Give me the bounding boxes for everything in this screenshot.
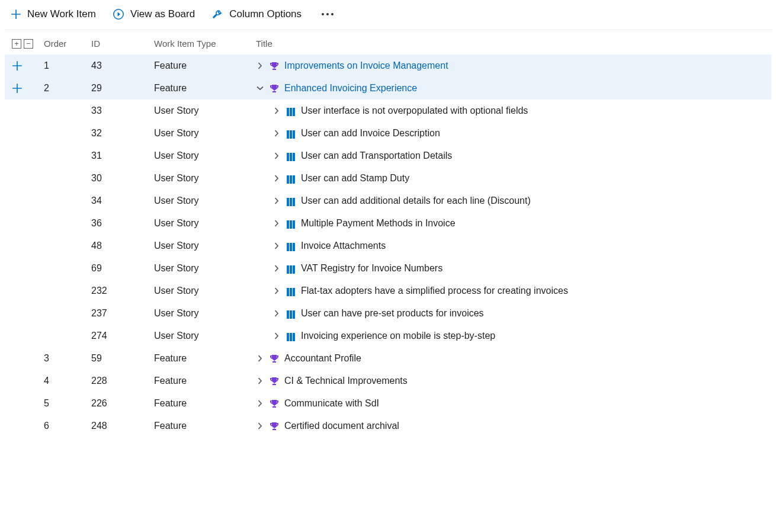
work-item-title[interactable]: Enhanced Invoicing Experience [284,83,417,94]
type-cell: User Story [154,173,256,184]
table-row[interactable]: 30User Story User can add Stamp Duty [5,167,771,190]
order-cell: 1 [44,60,91,71]
chevron-right-icon[interactable] [272,220,281,227]
table-row[interactable]: 6248Feature Certified document archival [5,415,771,437]
chevron-right-icon[interactable] [272,242,281,249]
table-row[interactable]: 237User Story User can have pre-set prod… [5,302,771,325]
book-icon [286,150,296,161]
wrench-icon [211,8,223,20]
view-as-board-label: View as Board [130,8,195,20]
column-header-title[interactable]: Title [256,39,771,49]
add-child-button[interactable] [12,60,23,71]
trophy-icon [269,83,280,94]
work-item-title[interactable]: CI & Technical Improvements [284,376,408,386]
id-cell: 59 [91,353,154,364]
table-row[interactable]: 32User Story User can add Invoice Descri… [5,122,771,145]
order-cell: 4 [44,376,91,386]
chevron-right-icon[interactable] [272,287,281,294]
chevron-right-icon[interactable] [272,332,281,339]
order-cell: 6 [44,421,91,431]
work-item-title[interactable]: Invoicing experience on mobile is step-b… [301,331,495,341]
type-cell: User Story [154,105,256,116]
chevron-right-icon[interactable] [256,62,264,69]
view-as-board-button[interactable]: View as Board [113,8,195,20]
work-item-title[interactable]: Invoice Attachments [301,241,386,251]
trophy-icon [269,60,280,71]
order-cell: 5 [44,398,91,409]
order-cell: 2 [44,83,91,94]
type-cell: Feature [154,353,256,364]
type-cell: User Story [154,286,256,296]
type-cell: User Story [154,308,256,319]
table-row[interactable]: 36User Story Multiple Payment Methods in… [5,212,771,235]
work-item-title[interactable]: Flat-tax adopters have a simplified proc… [301,286,568,296]
chevron-down-icon[interactable] [256,85,264,92]
column-header-order[interactable]: Order [44,39,91,49]
new-work-item-label: New Work Item [27,8,96,20]
work-item-title[interactable]: User can add additional details for each… [301,196,531,206]
work-item-title[interactable]: User interface is not overpopulated with… [301,105,528,116]
table-row[interactable]: 143Feature Improvements on Invoice Manag… [5,55,771,77]
id-cell: 32 [91,128,154,139]
column-options-label: Column Options [229,8,302,20]
table-row[interactable]: 69User Story VAT Registry for Invoice Nu… [5,257,771,280]
work-item-title[interactable]: User can add Invoice Description [301,128,440,139]
new-work-item-button[interactable]: New Work Item [11,8,96,20]
chevron-right-icon[interactable] [256,422,264,430]
book-icon [286,241,296,251]
work-item-title[interactable]: Communicate with SdI [284,398,379,409]
work-item-title[interactable]: Multiple Payment Methods in Invoice [301,218,456,229]
chevron-right-icon[interactable] [272,310,281,317]
work-item-title[interactable]: User can add Stamp Duty [301,173,409,184]
work-item-title[interactable]: Certified document archival [284,421,399,431]
type-cell: User Story [154,128,256,139]
chevron-right-icon[interactable] [272,130,281,137]
plus-icon [11,9,21,20]
work-item-title[interactable]: VAT Registry for Invoice Numbers [301,263,442,274]
type-cell: Feature [154,83,256,94]
column-header-type[interactable]: Work Item Type [154,39,256,49]
chevron-right-icon[interactable] [272,152,281,159]
book-icon [286,173,296,184]
table-row[interactable]: 4228Feature CI & Technical Improvements [5,370,771,392]
type-cell: Feature [154,60,256,71]
add-child-button[interactable] [12,83,23,94]
chevron-right-icon[interactable] [256,355,264,362]
chevron-right-icon[interactable] [272,197,281,204]
chevron-right-icon[interactable] [272,107,281,114]
id-cell: 29 [91,83,154,94]
expand-all-button[interactable]: + [12,39,21,49]
table-row[interactable]: 232User Story Flat-tax adopters have a s… [5,280,771,302]
chevron-right-icon[interactable] [272,175,281,182]
table-row[interactable]: 34User Story User can add additional det… [5,190,771,212]
table-row[interactable]: 31User Story User can add Transportation… [5,145,771,167]
table-row[interactable]: 359Feature Accountant Profile [5,347,771,370]
chevron-right-icon[interactable] [256,400,264,407]
chevron-right-icon[interactable] [272,265,281,272]
column-options-button[interactable]: Column Options [211,8,302,20]
book-icon [286,308,296,319]
table-row[interactable]: 5226Feature Communicate with SdI [5,392,771,415]
table-row[interactable]: 229Feature Enhanced Invoicing Experience [5,77,771,100]
column-header-id[interactable]: ID [91,39,154,49]
table-row[interactable]: 48User Story Invoice Attachments [5,235,771,257]
table-row[interactable]: 274User Story Invoicing experience on mo… [5,325,771,347]
id-cell: 31 [91,150,154,161]
type-cell: User Story [154,218,256,229]
dot-icon [331,13,334,15]
work-item-title[interactable]: User can have pre-set products for invoi… [301,308,484,319]
id-cell: 48 [91,241,154,251]
work-item-title[interactable]: User can add Transportation Details [301,150,452,161]
id-cell: 226 [91,398,154,409]
id-cell: 274 [91,331,154,341]
collapse-all-button[interactable]: − [24,39,33,49]
type-cell: User Story [154,241,256,251]
work-item-title[interactable]: Improvements on Invoice Management [284,60,448,71]
work-item-title[interactable]: Accountant Profile [284,353,361,364]
more-actions-button[interactable] [318,9,337,19]
trophy-icon [269,376,280,386]
arrow-circle-icon [113,8,124,20]
type-cell: User Story [154,331,256,341]
chevron-right-icon[interactable] [256,377,264,384]
table-row[interactable]: 33User Story User interface is not overp… [5,100,771,122]
